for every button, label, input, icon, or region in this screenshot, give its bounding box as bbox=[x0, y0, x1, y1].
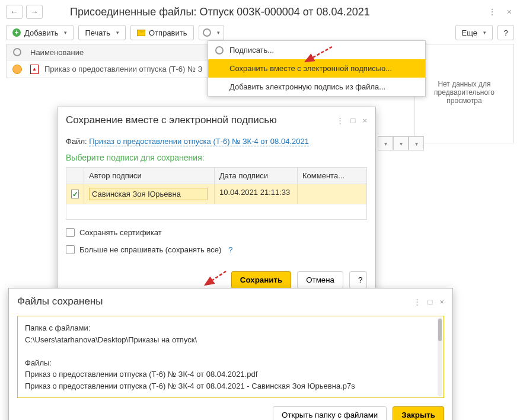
col-check bbox=[66, 168, 84, 184]
files-saved-dialog: Файлы сохранены ⋮ □ × Папка с файлами: C… bbox=[8, 288, 453, 420]
file-label: Файл: bbox=[66, 137, 87, 146]
folder-path: C:\Users\atarhanova\Desktop\Приказы на о… bbox=[25, 334, 436, 346]
print-button[interactable]: Печать bbox=[78, 25, 126, 40]
menu-sign-label: Подписать... bbox=[229, 46, 274, 54]
send-label: Отправить bbox=[149, 28, 187, 37]
back-button[interactable]: ← bbox=[6, 5, 23, 19]
signatures-table: Автор подписи Дата подписи Коммента... ✓… bbox=[66, 167, 367, 220]
menu-sign[interactable]: Подписать... bbox=[208, 41, 425, 59]
menu-save-with-signature[interactable]: Сохранить вместе с электронной подписью.… bbox=[208, 59, 425, 78]
kebab-icon[interactable]: ⋮ bbox=[336, 116, 344, 125]
menu-save-label: Сохранить вместе с электронной подписью.… bbox=[229, 64, 392, 73]
preview-line3: просмотра bbox=[421, 97, 508, 105]
swirl-icon bbox=[215, 46, 224, 54]
add-label: Добавить bbox=[24, 28, 58, 37]
close-icon[interactable]: × bbox=[505, 6, 514, 18]
preview-panel: Нет данных для предварительного просмотр… bbox=[414, 44, 514, 143]
close-icon[interactable]: × bbox=[362, 116, 367, 125]
menu-add-signature-from-file[interactable]: Добавить электронную подпись из файла... bbox=[208, 78, 425, 96]
empty-row bbox=[66, 204, 366, 219]
preview-line1: Нет данных для bbox=[421, 80, 508, 88]
save-button[interactable]: Сохранить bbox=[231, 271, 291, 288]
add-button[interactable]: + Добавить bbox=[6, 25, 74, 40]
pdf-icon bbox=[30, 65, 39, 74]
save-cert-checkbox[interactable] bbox=[66, 228, 75, 237]
signature-menu: Подписать... Сохранить вместе с электрон… bbox=[208, 40, 426, 97]
col-date: Дата подписи bbox=[215, 168, 298, 184]
print-label: Печать bbox=[85, 28, 110, 37]
arrow-annotation bbox=[199, 270, 229, 290]
files-label: Файлы: bbox=[25, 357, 436, 369]
choose-signatures-label: Выберите подписи для сохранения: bbox=[66, 153, 367, 162]
plus-icon: + bbox=[12, 28, 21, 37]
dialog-title: Файлы сохранены bbox=[17, 296, 413, 307]
save-with-signature-dialog: Сохранение вместе с электронной подписью… bbox=[57, 107, 376, 297]
save-cert-label: Сохранять сертификат bbox=[79, 228, 162, 237]
more-button[interactable]: Еще bbox=[455, 25, 493, 40]
file-link[interactable]: Приказ о предоставлении отпуска (Т-6) № … bbox=[89, 137, 309, 146]
mini-button[interactable]: ▾ bbox=[393, 136, 409, 150]
kebab-icon[interactable]: ⋮ bbox=[486, 6, 499, 18]
more-label: Еще bbox=[462, 28, 477, 37]
col-author: Автор подписи bbox=[84, 168, 215, 184]
result-text-box: Папка с файлами: C:\Users\atarhanova\Des… bbox=[17, 316, 444, 398]
dont-ask-checkbox[interactable] bbox=[66, 245, 75, 254]
col-comment: Коммента... bbox=[298, 168, 366, 184]
menu-add-label: Добавить электронную подпись из файла... bbox=[229, 82, 385, 91]
author-cell[interactable]: Савинская Зоя Юрьевна bbox=[89, 188, 208, 200]
close-button[interactable]: Закрыть bbox=[393, 406, 444, 420]
window-title: Присоединенные файлы: Отпуск 003К-000004… bbox=[70, 6, 482, 18]
mail-icon bbox=[137, 30, 145, 36]
swirl-icon bbox=[13, 48, 21, 56]
scrollbar[interactable] bbox=[438, 318, 442, 396]
comment-cell bbox=[298, 184, 366, 204]
file-line-1: Приказ о предоставлении отпуска (Т-6) № … bbox=[25, 368, 436, 380]
help-button[interactable]: ? bbox=[497, 25, 514, 40]
folder-label: Папка с файлами: bbox=[25, 322, 436, 334]
dont-ask-label: Больше не спрашивать (сохранять все) bbox=[79, 245, 221, 254]
checkbox-checked[interactable]: ✓ bbox=[71, 190, 79, 198]
open-folder-button[interactable]: Открыть папку с файлами bbox=[273, 406, 387, 420]
mini-button[interactable]: ▾ bbox=[409, 136, 424, 150]
signature-row[interactable]: ✓ Савинская Зоя Юрьевна 10.04.2021 21:11… bbox=[66, 184, 366, 204]
cancel-button[interactable]: Отмена bbox=[297, 271, 343, 288]
help-link[interactable]: ? bbox=[228, 245, 232, 254]
close-icon[interactable]: × bbox=[439, 297, 444, 306]
send-button[interactable]: Отправить bbox=[130, 25, 193, 40]
swirl-icon bbox=[203, 28, 211, 37]
swirl-orange-icon bbox=[12, 65, 22, 74]
help-label: ? bbox=[503, 28, 508, 37]
forward-button[interactable]: → bbox=[26, 5, 43, 19]
maximize-icon[interactable]: □ bbox=[428, 297, 433, 306]
kebab-icon[interactable]: ⋮ bbox=[413, 297, 421, 306]
svg-line-1 bbox=[205, 271, 226, 285]
mini-button[interactable]: ▾ bbox=[378, 136, 393, 150]
date-cell: 10.04.2021 21:11:33 bbox=[215, 184, 298, 204]
help-button[interactable]: ? bbox=[349, 271, 367, 288]
maximize-icon[interactable]: □ bbox=[351, 116, 356, 125]
dialog-title: Сохранение вместе с электронной подписью bbox=[66, 114, 336, 126]
file-line-2: Приказ о предоставлении отпуска (Т-6) № … bbox=[25, 380, 436, 392]
preview-line2: предварительного bbox=[421, 88, 508, 97]
signature-menu-button[interactable] bbox=[199, 25, 224, 40]
